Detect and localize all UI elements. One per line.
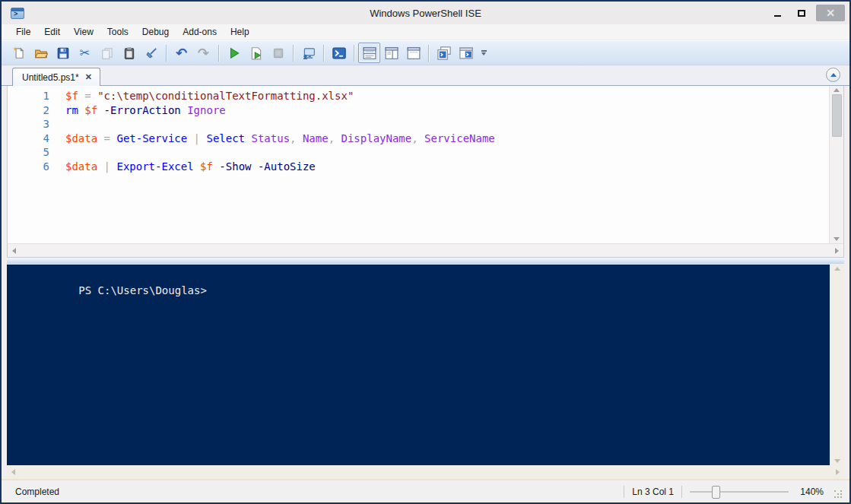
code-line: 3: [8, 117, 829, 132]
collapse-script-pane-button[interactable]: [826, 68, 840, 82]
code-line: 4$data = Get-Service | Select Status, Na…: [8, 132, 829, 146]
menu-item-edit[interactable]: Edit: [37, 25, 67, 39]
scroll-right-arrow-icon[interactable]: [836, 469, 840, 475]
undo-icon: ↶: [176, 46, 187, 60]
status-text: Completed: [15, 487, 59, 497]
console-horizontal-scrollbar[interactable]: [7, 465, 844, 479]
show-script-pane-maximized-button[interactable]: [402, 43, 424, 63]
zoom-level: 140%: [796, 487, 824, 497]
line-number: 4: [8, 132, 49, 146]
menu-item-file[interactable]: File: [9, 25, 37, 39]
pane-splitter[interactable]: [7, 258, 844, 264]
cut-button[interactable]: ✂: [74, 43, 96, 63]
new-script-button[interactable]: [8, 43, 30, 63]
redo-button[interactable]: ↷: [192, 43, 214, 63]
overflow-bar-icon: [481, 50, 487, 52]
line-number: 2: [8, 103, 49, 118]
scroll-up-arrow-icon[interactable]: [834, 88, 840, 92]
paste-button[interactable]: [118, 43, 140, 63]
paste-icon: [122, 46, 136, 60]
line-number: 3: [8, 117, 49, 132]
powershell-ise-window: Windows PowerShell ISE ✕ FileEditViewToo…: [0, 0, 851, 504]
open-script-button[interactable]: [30, 43, 52, 63]
show-script-pane-right-icon: [383, 46, 400, 60]
scroll-down-arrow-icon[interactable]: [834, 459, 840, 463]
run-selection-button[interactable]: [245, 43, 267, 63]
zoom-slider-thumb[interactable]: [712, 486, 720, 499]
open-script-icon: [34, 46, 48, 60]
save-script-button[interactable]: [52, 43, 74, 63]
code-line: 5: [8, 145, 829, 160]
clear-console-pane-button[interactable]: [140, 43, 162, 63]
run-selection-icon: [249, 46, 263, 60]
resize-grip[interactable]: [834, 490, 843, 499]
title-bar: Windows PowerShell ISE ✕: [2, 2, 849, 24]
undo-button[interactable]: ↶: [170, 43, 192, 63]
close-button[interactable]: ✕: [816, 5, 845, 21]
zoom-slider-track[interactable]: [690, 491, 789, 493]
copy-button[interactable]: [96, 43, 118, 63]
scroll-right-arrow-icon[interactable]: [835, 248, 839, 254]
statusbar-separator: [624, 486, 624, 498]
menu-item-tools[interactable]: Tools: [100, 25, 135, 39]
toolbar-separator: [293, 45, 294, 62]
scroll-down-arrow-icon[interactable]: [834, 237, 840, 241]
code-text: rm $f -ErrorAction Ignore: [49, 103, 226, 118]
menu-item-addons[interactable]: Add-ons: [176, 25, 224, 39]
script-editor[interactable]: 1$f = "c:\temp\conditionalTextFormatting…: [8, 86, 829, 243]
show-script-pane-right-button[interactable]: [380, 43, 402, 63]
run-script-button[interactable]: [223, 43, 245, 63]
redo-icon: ↷: [198, 46, 209, 60]
console-vertical-scrollbar[interactable]: [830, 265, 844, 465]
cut-icon: ✂: [80, 46, 90, 60]
code-line: 1$f = "c:\temp\conditionalTextFormatting…: [8, 89, 829, 103]
new-powershell-tab-button[interactable]: [433, 43, 455, 63]
script-editor-pane: 1$f = "c:\temp\conditionalTextFormatting…: [7, 86, 844, 258]
script-tab[interactable]: Untitled5.ps1* ✕: [12, 68, 100, 86]
zoom-slider[interactable]: [690, 484, 789, 499]
workspace: 1$f = "c:\temp\conditionalTextFormatting…: [2, 86, 849, 479]
start-powershell-button[interactable]: [328, 43, 350, 63]
toolbar-separator: [218, 45, 219, 62]
start-powershell-icon: [332, 46, 347, 61]
minimize-button[interactable]: [767, 5, 787, 21]
new-remote-powershell-tab-button[interactable]: [297, 43, 319, 63]
chevron-up-icon: [830, 73, 837, 77]
chevron-down-icon: [481, 52, 486, 55]
scroll-left-arrow-icon[interactable]: [12, 248, 16, 254]
status-bar: Completed Ln 3 Col 1 140%: [2, 479, 849, 502]
toolbar-overflow-button[interactable]: [478, 43, 489, 63]
run-script-icon: [227, 46, 241, 60]
stop-operation-button[interactable]: [267, 43, 289, 63]
scroll-up-arrow-icon[interactable]: [834, 267, 840, 271]
console-prompt: PS C:\Users\Douglas>: [78, 284, 207, 296]
menu-item-view[interactable]: View: [67, 25, 100, 39]
line-number: 1: [8, 89, 49, 103]
editor-vertical-scrollbar[interactable]: [829, 86, 843, 243]
show-script-pane-top-button[interactable]: [358, 43, 380, 63]
console-input-area[interactable]: PS C:\Users\Douglas>: [7, 265, 830, 465]
maximize-icon: [798, 10, 805, 17]
show-script-pane-top-icon: [361, 46, 378, 60]
editor-horizontal-scrollbar[interactable]: [8, 243, 843, 257]
show-powershell-window-icon: [459, 46, 474, 61]
save-script-icon: [56, 46, 70, 60]
code-line: 6$data | Export-Excel $f -Show -AutoSize: [8, 160, 829, 174]
menu-item-help[interactable]: Help: [224, 25, 256, 39]
minimize-icon: [774, 15, 781, 17]
editor-scrollbar-thumb[interactable]: [832, 94, 842, 137]
window-title: Windows PowerShell ISE: [2, 8, 849, 19]
toolbar-separator: [428, 45, 429, 62]
stop-operation-icon: [271, 46, 285, 60]
scroll-left-arrow-icon[interactable]: [11, 469, 15, 475]
line-number: 6: [8, 160, 49, 174]
clear-console-pane-icon: [144, 46, 158, 60]
tab-strip: Untitled5.ps1* ✕: [2, 65, 849, 86]
show-powershell-window-button[interactable]: [455, 43, 477, 63]
maximize-button[interactable]: [792, 5, 811, 21]
tab-close-icon[interactable]: ✕: [85, 72, 92, 82]
line-number: 5: [8, 145, 49, 160]
menu-item-debug[interactable]: Debug: [135, 25, 176, 39]
new-script-icon: [12, 46, 26, 60]
code-text: $data | Export-Excel $f -Show -AutoSize: [49, 160, 316, 174]
